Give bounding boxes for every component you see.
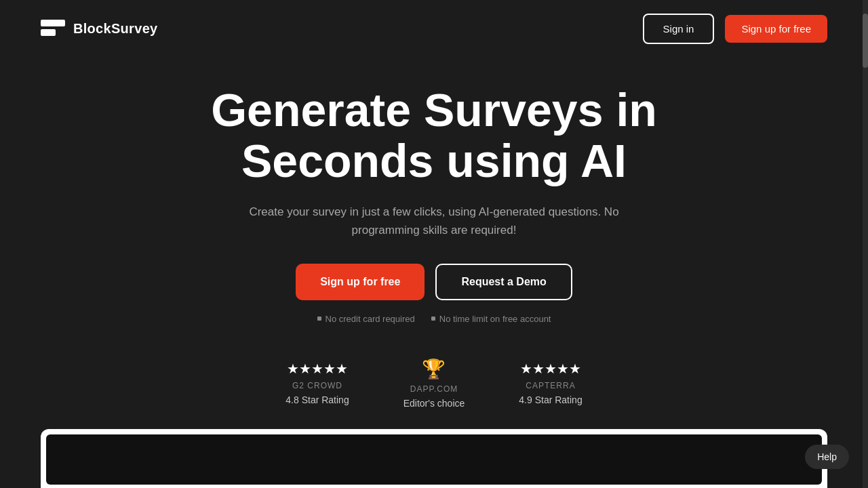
- signup-hero-button[interactable]: Sign up for free: [296, 264, 425, 300]
- proof-capterra: ★★★★★ CAPTERRA 4.9 Star Rating: [519, 361, 582, 405]
- hero-cta: Sign up for free Request a Demo: [296, 264, 572, 300]
- video-inner: [46, 434, 822, 485]
- note-dot-1: [317, 317, 321, 321]
- hero-notes: No credit card required No time limit on…: [317, 314, 551, 324]
- note-text-2: No time limit on free account: [439, 314, 551, 324]
- note-dot-2: [431, 317, 435, 321]
- dapp-label: Editor's choice: [403, 398, 465, 409]
- social-proof: ★★★★★ G2 CROWD 4.8 Star Rating 🏆 DAPP.CO…: [285, 358, 582, 409]
- logo-area: BlockSurvey: [41, 20, 157, 39]
- demo-button[interactable]: Request a Demo: [435, 264, 572, 300]
- hero-title: Generate Surveys in Seconds using AI: [129, 85, 739, 186]
- capterra-source: CAPTERRA: [526, 381, 575, 390]
- hero-section: Generate Surveys in Seconds using AI Cre…: [0, 58, 868, 429]
- trophy-icon: 🏆: [422, 358, 446, 380]
- logo-bar-bottom: [41, 29, 56, 36]
- logo-text: BlockSurvey: [73, 21, 157, 37]
- nav-buttons: Sign in Sign up for free: [643, 14, 827, 44]
- hero-subtitle: Create your survey in just a few clicks,…: [224, 203, 644, 239]
- proof-dapp: 🏆 DAPP.COM Editor's choice: [403, 358, 465, 409]
- navbar: BlockSurvey Sign in Sign up for free: [0, 0, 868, 58]
- dapp-source: DAPP.COM: [410, 384, 458, 394]
- capterra-label: 4.9 Star Rating: [519, 394, 582, 405]
- video-container[interactable]: [41, 429, 827, 488]
- logo-icon: [41, 20, 65, 39]
- help-button[interactable]: Help: [805, 445, 849, 469]
- g2-source: G2 CROWD: [292, 381, 342, 390]
- logo-bar-top: [41, 20, 65, 26]
- signin-button[interactable]: Sign in: [643, 14, 715, 44]
- note-item-1: No credit card required: [317, 314, 415, 324]
- note-item-2: No time limit on free account: [431, 314, 551, 324]
- g2-stars: ★★★★★: [287, 361, 348, 377]
- note-text-1: No credit card required: [326, 314, 415, 324]
- capterra-stars: ★★★★★: [520, 361, 581, 377]
- signup-nav-button[interactable]: Sign up for free: [725, 15, 827, 43]
- proof-g2: ★★★★★ G2 CROWD 4.8 Star Rating: [285, 361, 349, 405]
- g2-label: 4.8 Star Rating: [285, 394, 349, 405]
- scrollbar[interactable]: [863, 0, 868, 488]
- page-wrapper: BlockSurvey Sign in Sign up for free Gen…: [0, 0, 868, 488]
